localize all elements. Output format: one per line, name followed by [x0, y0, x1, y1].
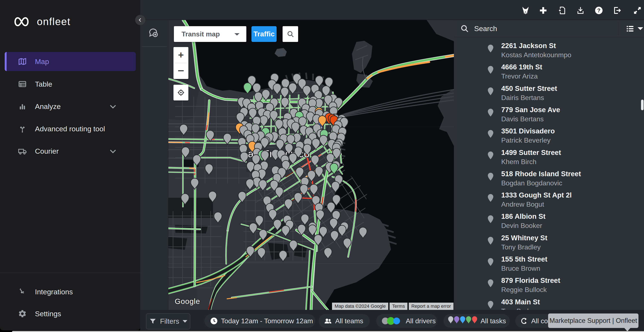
svg-text:?: ? — [597, 7, 600, 13]
svg-text:onfleet: onfleet — [37, 16, 70, 27]
